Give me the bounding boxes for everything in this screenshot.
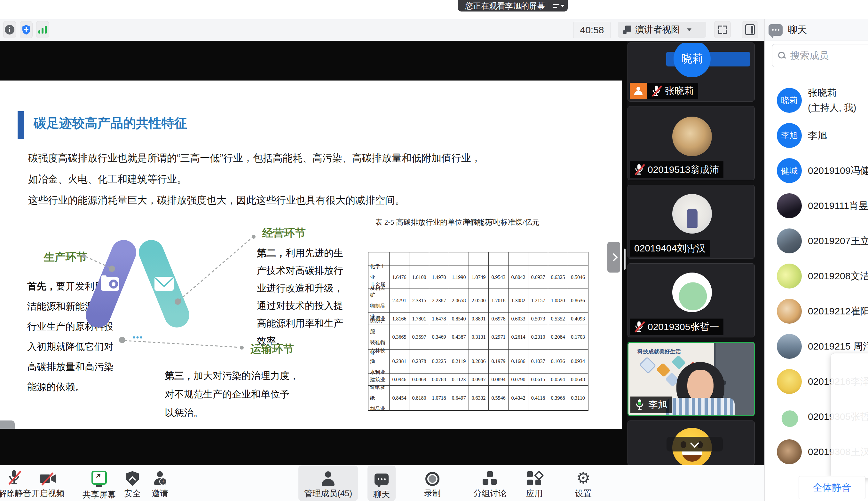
table-year-cell	[409, 253, 429, 266]
apps-icon	[527, 471, 542, 486]
table-row: 采掘业 1.8166 1.7801 1.6478 0.8540 0.8891 0…	[368, 313, 588, 325]
mute-all-button[interactable]: 全体静音	[798, 476, 866, 499]
table-row-label: 非金属矿 物制品业	[368, 289, 389, 313]
chevron-down-icon	[687, 29, 691, 31]
avatar	[672, 117, 712, 156]
thumbnail-panel-toggle[interactable]	[0, 420, 15, 429]
settings-button[interactable]: ⚙ 设置	[575, 465, 592, 501]
member-name: 02019215 周洋	[808, 340, 868, 353]
chevron-right-icon	[609, 253, 618, 261]
video-name-label: 02019404刘霄汉	[630, 240, 710, 257]
chat-icon	[375, 473, 389, 485]
banner-divider	[549, 2, 549, 9]
search-icon	[778, 52, 786, 60]
share-screen-button[interactable]: 共享屏幕	[83, 465, 116, 501]
avatar	[777, 299, 802, 324]
table-year-cell	[389, 253, 409, 266]
member-row[interactable]: 健城 02019109冯健城	[772, 153, 868, 188]
table-year-cell	[489, 253, 509, 266]
share-screen-icon	[92, 471, 107, 485]
meeting-info-button[interactable]: i	[3, 21, 16, 38]
unmute-button[interactable]: 解除静音	[0, 465, 31, 501]
view-selector[interactable]: 演讲者视图	[618, 22, 706, 38]
avatar: 健城	[777, 158, 802, 183]
avatar	[672, 273, 712, 312]
person-icon	[634, 87, 642, 95]
member-name: 02019111肖昱	[808, 199, 868, 213]
table-year-cell	[449, 253, 469, 266]
video-tile-active-speaker[interactable]: 科技成就美好生活 李旭	[627, 342, 755, 416]
signal-bars-icon	[38, 26, 47, 34]
table-year-cell	[548, 253, 568, 266]
member-row[interactable]: 晓莉 张晓莉 (主持人, 我)	[772, 83, 868, 118]
record-button[interactable]: 录制	[424, 465, 441, 501]
table-year-cell	[429, 253, 449, 266]
table-row: 农林牧渔 水利业 0.2381 0.2378 0.2225 0.2119 0.2…	[368, 350, 588, 374]
avatar	[777, 439, 802, 464]
table-row: 建筑业 0.0946 0.0869 0.0768 0.1123 0.0987 0…	[368, 374, 588, 386]
table-row: 化学工业 及相关 1.6476 1.6100 1.4970 1.1990 1.0…	[368, 266, 588, 289]
video-tile[interactable]: 02019513翁成沛	[627, 106, 755, 180]
banner-menu-icon[interactable]	[553, 4, 564, 8]
network-quality-button[interactable]	[36, 21, 49, 38]
invite-icon: +	[153, 471, 167, 486]
invite-button[interactable]: + 邀请	[151, 465, 168, 501]
member-row[interactable]: 李旭 李旭	[772, 118, 868, 153]
side-panel-button[interactable]	[742, 21, 758, 38]
mic-muted-icon	[8, 469, 21, 486]
video-tile[interactable]	[627, 420, 755, 465]
member-row[interactable]: 02019208文洁	[772, 258, 868, 294]
member-name: 02019212崔阳	[808, 305, 868, 318]
start-video-button[interactable]: 开启视频	[31, 465, 65, 501]
record-icon	[425, 472, 439, 486]
security-toolbar-button[interactable]: 安全	[124, 465, 141, 501]
member-name: 02019207王立	[808, 235, 868, 248]
table-row-label: 造纸及纸 制品业	[368, 386, 389, 410]
avatar: 李旭	[777, 123, 802, 148]
fullscreen-icon	[718, 25, 726, 34]
watching-banner[interactable]: 您正在观看李旭的屏幕	[458, 0, 568, 11]
gear-icon: ⚙	[576, 470, 591, 486]
manage-members-button[interactable]: 管理成员(45)	[299, 465, 358, 501]
view-selector-label: 演讲者视图	[635, 24, 680, 36]
table-year-cell	[529, 253, 548, 266]
breakout-icon	[483, 471, 497, 486]
collapse-videos-button[interactable]	[667, 437, 723, 451]
table-unit: 单位：万吨标准煤/亿元	[464, 217, 539, 227]
meeting-timer: 40:58	[573, 22, 611, 38]
member-row[interactable]: 02019207王立	[772, 223, 868, 258]
top-toolbar: i 40:58 演讲者视图	[0, 19, 764, 41]
member-name: 02019208文洁	[808, 270, 868, 283]
avatar	[777, 334, 802, 359]
member-role: (主持人, 我)	[808, 102, 856, 114]
mic-muted-icon	[651, 85, 662, 97]
energy-table: 化学工业 及相关 1.6476 1.6100 1.4970 1.1990 1.0…	[368, 252, 588, 411]
collapse-sidebar-button[interactable]	[607, 242, 620, 273]
breakout-rooms-button[interactable]: 分组讨论	[473, 465, 506, 501]
screenshot-context-menu	[830, 353, 868, 478]
layout-icon	[623, 25, 631, 34]
table-row: 非金属矿 物制品业 2.4791 2.3315 2.2387 2.0658 2.…	[368, 289, 588, 313]
search-input[interactable]	[789, 50, 855, 61]
avatar: 晓莉	[673, 43, 711, 77]
chevron-down-icon	[690, 439, 699, 448]
scene-slogan: 科技成就美好生活	[637, 348, 681, 355]
security-button[interactable]	[20, 21, 33, 38]
bottom-toolbar: 解除静音 开启视频 共享屏幕 安全	[0, 465, 764, 501]
video-tile[interactable]: 02019404刘霄汉	[627, 185, 755, 259]
apps-button[interactable]: 应用	[526, 465, 543, 501]
video-tile[interactable]: 晓莉 张晓莉	[627, 43, 755, 102]
video-name-label: 李旭	[630, 396, 672, 413]
chat-toolbar-button[interactable]: 聊天	[367, 465, 396, 501]
member-search[interactable]	[772, 44, 868, 67]
camera-muted-icon	[39, 472, 57, 486]
avatar	[777, 404, 802, 429]
mic-muted-icon	[634, 321, 645, 333]
video-tile[interactable]: 02019305张哲一	[627, 263, 755, 338]
table-row-label: 农林牧渔 水利业	[368, 350, 389, 374]
fullscreen-button[interactable]	[714, 21, 731, 38]
chat-header: 聊天	[765, 19, 868, 41]
member-row[interactable]: 02019212崔阳	[772, 294, 868, 329]
member-row[interactable]: 02019111肖昱	[772, 188, 868, 223]
video-strip-scrollbar[interactable]	[624, 248, 626, 270]
